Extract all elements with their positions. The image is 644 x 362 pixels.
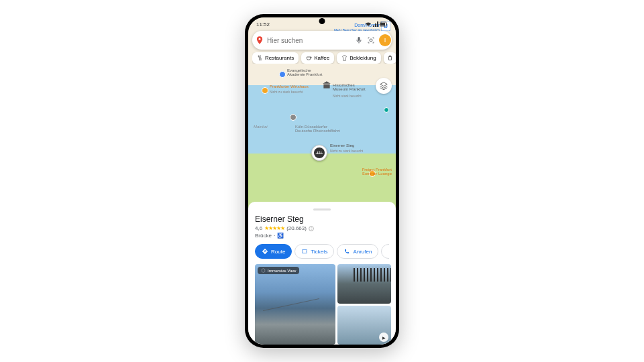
info-icon[interactable] <box>309 226 314 231</box>
rating-row[interactable]: 4,6 ★★★★★ (20.663) <box>255 225 389 231</box>
photo-immersive[interactable]: Immersive View <box>255 264 335 345</box>
map-label-museum-note: Nicht stark besucht <box>333 94 362 98</box>
bridge-poi-icon <box>314 147 325 158</box>
category-row: Brücke · ♿ <box>255 233 389 239</box>
phone-icon <box>343 248 350 255</box>
layers-icon <box>379 81 388 90</box>
selected-poi-marker[interactable] <box>311 145 327 161</box>
photo-thumb-1[interactable] <box>337 264 391 304</box>
map-label-river: Mainkai <box>254 125 268 129</box>
map-label-freigut: Freigut Frankfurt Summer Lounge <box>362 168 392 176</box>
map-pin-gray[interactable] <box>290 114 297 121</box>
layers-button[interactable] <box>376 78 392 94</box>
accessible-icon: ♿ <box>277 233 284 239</box>
search-input[interactable] <box>264 37 355 44</box>
lens-icon[interactable] <box>367 36 375 44</box>
place-bottom-sheet[interactable]: Eiserner Steg 4,6 ★★★★★ (20.663) Brücke … <box>248 202 396 345</box>
maps-logo-icon <box>255 35 264 46</box>
map-label-wirtshaus: Frankfurter Wirtshaus <box>270 84 309 88</box>
phone-frame: 11:52 Dom/Römer Mehr Besucher als gewöhn… <box>245 14 399 348</box>
chip-coffee[interactable]: Kaffee <box>301 52 334 64</box>
chip-clothing[interactable]: Bekleidung <box>337 52 381 64</box>
shirt-icon <box>341 55 347 61</box>
search-box[interactable]: I <box>252 31 392 50</box>
map-label-koln: Köln-Düsseldorfer Deutsche Rheinschiffah… <box>295 125 340 133</box>
map-label-academy: Evangelische Akademie Frankfurt <box>287 68 322 76</box>
save-button[interactable]: Spei <box>381 244 389 259</box>
status-icons <box>365 21 388 27</box>
map-pin-teal[interactable] <box>384 107 389 113</box>
svg-rect-2 <box>380 23 385 25</box>
action-buttons: Route Tickets Anrufen Spei <box>255 244 389 259</box>
status-time: 11:52 <box>256 21 270 27</box>
directions-icon <box>262 248 268 255</box>
signal-icon <box>373 21 378 27</box>
place-category: Brücke <box>255 233 272 239</box>
wifi-icon <box>365 21 372 27</box>
shopping-icon <box>387 55 393 61</box>
coffee-icon <box>306 55 312 61</box>
chip-restaurants[interactable]: Restaurants <box>252 52 299 64</box>
chip-more[interactable] <box>384 52 396 64</box>
sheet-handle[interactable] <box>313 208 331 210</box>
svg-rect-1 <box>386 23 387 25</box>
utensils-icon <box>257 55 263 61</box>
mic-icon[interactable] <box>355 36 363 44</box>
map-pin-wirtshaus[interactable] <box>262 87 268 94</box>
camera-notch <box>319 18 325 24</box>
photo-strip: Immersive View ▶ <box>248 264 396 345</box>
tickets-button[interactable]: Tickets <box>294 244 334 259</box>
svg-point-6 <box>259 38 261 40</box>
profile-avatar[interactable]: I <box>379 34 391 46</box>
map-pin-academy[interactable] <box>279 71 286 78</box>
battery-icon <box>380 21 388 27</box>
bridge-graphic <box>263 298 319 345</box>
place-title: Eiserner Steg <box>255 215 389 224</box>
search-action-icons: I <box>355 34 391 46</box>
photo-thumb-2[interactable]: ▶ <box>337 306 391 345</box>
photo-thumbnails: ▶ <box>337 264 391 345</box>
map-label-museum: Historisches Museum Frankfurt <box>333 83 366 91</box>
star-icons: ★★★★★ <box>264 225 284 231</box>
bookmark-icon <box>388 248 389 255</box>
museum-icon[interactable] <box>322 80 331 90</box>
ticket-icon <box>301 248 308 255</box>
screen: 11:52 Dom/Römer Mehr Besucher als gewöhn… <box>248 17 396 345</box>
call-button[interactable]: Anrufen <box>337 244 378 259</box>
map-label-steg: Eiserner Steg <box>330 143 354 147</box>
rating-value: 4,6 <box>255 225 262 231</box>
route-button[interactable]: Route <box>255 244 292 259</box>
play-icon: ▶ <box>379 333 388 342</box>
category-chips: Restaurants Kaffee Bekleidung <box>252 52 396 64</box>
svg-point-7 <box>370 39 372 42</box>
map-label-wirtshaus-note: Nicht zu stark besucht <box>270 90 303 94</box>
truss-graphic <box>354 268 391 282</box>
immersive-badge: Immersive View <box>258 267 299 274</box>
cube-icon <box>261 268 266 273</box>
map-label-steg-note: Nicht zu stark besucht <box>330 149 363 153</box>
review-count: (20.663) <box>286 225 307 231</box>
